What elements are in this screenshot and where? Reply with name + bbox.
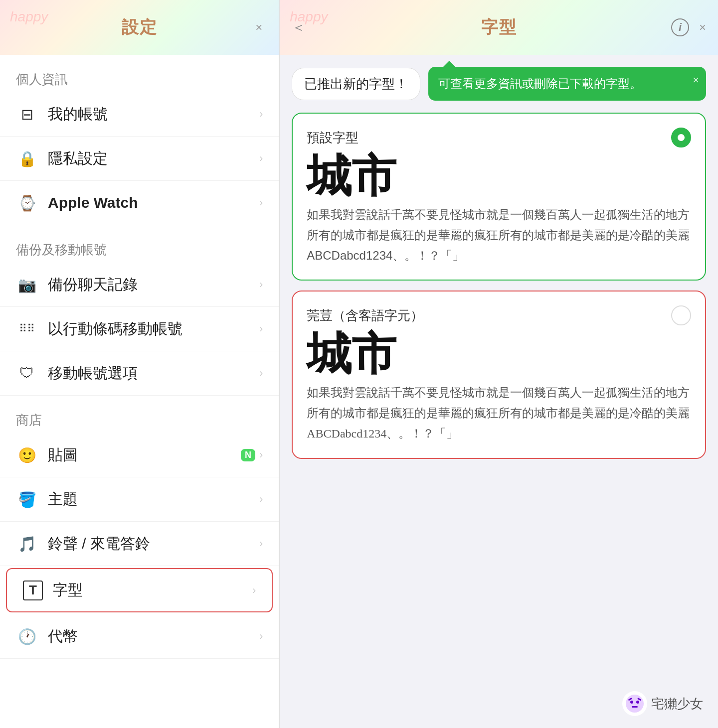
font-card-default-header: 預設字型 (307, 128, 691, 147)
apple-watch-icon: ⌚ (16, 192, 38, 214)
font-moe-preview-text: 如果我對雲說話千萬不要見怪城市就是一個幾百萬人一起孤獨生活的地方所有的城市都是瘋… (307, 383, 691, 443)
close-icon: × (255, 20, 262, 34)
watermark-text: 宅獺少女 (651, 695, 703, 713)
right-header-actions: i × (671, 18, 706, 36)
account-icon: ⊟ (16, 103, 38, 125)
tooltip-close-button[interactable]: × (693, 72, 699, 88)
chevron-icon: › (259, 278, 263, 291)
privacy-icon: 🔒 (16, 147, 38, 169)
section-label-backup: 備份及移動帳號 (0, 225, 279, 263)
chevron-icon: › (259, 152, 263, 165)
menu-item-coins-label: 代幣 (48, 626, 255, 647)
chevron-icon: › (259, 196, 263, 209)
chevron-icon: › (259, 322, 263, 335)
menu-item-apple-watch-label: Apple Watch (48, 194, 255, 211)
menu-item-apple-watch[interactable]: ⌚ Apple Watch › (0, 181, 279, 225)
menu-item-stickers[interactable]: 🙂 貼圖 N › (0, 433, 279, 477)
menu-item-themes-label: 主題 (48, 489, 255, 510)
svg-point-2 (636, 701, 639, 704)
chevron-icon: › (259, 108, 263, 121)
svg-point-1 (630, 701, 633, 704)
menu-item-account-label: 我的帳號 (48, 104, 255, 125)
menu-item-qr-label: 以行動條碼移動帳號 (48, 319, 255, 339)
menu-item-qr-transfer[interactable]: ⠿⠿ 以行動條碼移動帳號 › (0, 307, 279, 351)
font-moe-radio[interactable] (671, 305, 691, 325)
chevron-icon: › (259, 537, 263, 550)
back-icon: ＜ (292, 19, 306, 35)
mascot-svg (625, 694, 645, 714)
font-card-moe-header: 莞荳（含客語字元） (307, 305, 691, 325)
font-moe-name: 莞荳（含客語字元） (307, 307, 423, 324)
font-moe-preview-large: 城市 (307, 329, 691, 379)
svg-point-0 (626, 695, 644, 713)
font-card-default[interactable]: 預設字型 城市 如果我對雲說話千萬不要見怪城市就是一個幾百萬人一起孤獨生活的地方… (292, 113, 706, 281)
menu-item-coins[interactable]: 🕐 代幣 › (0, 614, 279, 659)
chevron-icon: › (259, 367, 263, 380)
backup-icon: 📷 (16, 274, 38, 295)
tooltip-message: 可查看更多資訊或刪除已下載的字型。 (438, 77, 642, 90)
close-icon: × (693, 74, 699, 86)
font-icon: T (23, 581, 43, 600)
font-default-preview-large: 城市 (307, 151, 691, 201)
left-close-button[interactable]: × (251, 19, 267, 35)
watermark: 宅獺少女 (622, 691, 703, 716)
new-font-badge: 已推出新的字型！ (292, 68, 420, 100)
coins-icon: 🕐 (16, 625, 38, 647)
qr-icon: ⠿⠿ (16, 318, 38, 340)
font-default-name: 預設字型 (307, 129, 359, 146)
tooltip-bubble: 可查看更多資訊或刪除已下載的字型。 × (428, 67, 706, 101)
font-card-moe[interactable]: 莞荳（含客語字元） 城市 如果我對雲說話千萬不要見怪城市就是一個幾百萬人一起孤獨… (292, 291, 706, 458)
right-close-button[interactable]: × (699, 20, 706, 34)
chevron-icon: › (259, 448, 263, 461)
menu-item-privacy[interactable]: 🔒 隱私設定 › (0, 137, 279, 181)
menu-item-stickers-label: 貼圖 (48, 445, 237, 465)
menu-item-ringtones-label: 鈴聲 / 來電答鈴 (48, 534, 255, 554)
left-panel: 設定 × 個人資訊 ⊟ 我的帳號 › 🔒 隱私設定 › ⌚ Apple Watc… (0, 0, 279, 728)
chevron-icon: › (252, 584, 256, 597)
tooltip-row: 已推出新的字型！ 可查看更多資訊或刪除已下載的字型。 × (292, 67, 706, 101)
chevron-icon: › (259, 630, 263, 643)
right-panel: ＜ 字型 i × 已推出新的字型！ 可查看更多資訊或刪除已下載的字型。 × (280, 0, 718, 728)
theme-icon: 🪣 (16, 488, 38, 510)
left-panel-title: 設定 (122, 16, 158, 39)
menu-item-themes[interactable]: 🪣 主題 › (0, 477, 279, 522)
font-default-radio[interactable] (671, 128, 691, 147)
back-button[interactable]: ＜ (292, 18, 306, 37)
menu-item-transfer-options[interactable]: 🛡 移動帳號選項 › (0, 351, 279, 396)
left-header-background: 設定 × (0, 0, 279, 55)
section-label-store: 商店 (0, 396, 279, 433)
right-header-background: ＜ 字型 i × (280, 0, 718, 55)
menu-item-fonts-label: 字型 (53, 580, 248, 600)
section-label-personal: 個人資訊 (0, 55, 279, 92)
shield-icon: 🛡 (16, 362, 38, 384)
menu-item-account[interactable]: ⊟ 我的帳號 › (0, 92, 279, 137)
info-button[interactable]: i (671, 18, 689, 36)
new-badge: N (241, 449, 255, 461)
settings-list: 個人資訊 ⊟ 我的帳號 › 🔒 隱私設定 › ⌚ Apple Watch › 備… (0, 55, 279, 728)
sticker-icon: 🙂 (16, 444, 38, 466)
svg-rect-3 (632, 706, 638, 708)
ringtone-icon: 🎵 (16, 533, 38, 555)
menu-item-backup-label: 備份聊天記錄 (48, 275, 255, 295)
menu-item-ringtones[interactable]: 🎵 鈴聲 / 來電答鈴 › (0, 522, 279, 566)
right-panel-title: 字型 (481, 16, 517, 39)
info-icon: i (679, 21, 682, 34)
menu-item-transfer-options-label: 移動帳號選項 (48, 363, 255, 384)
watermark-icon (622, 691, 647, 716)
chevron-icon: › (259, 493, 263, 506)
menu-item-fonts[interactable]: T 字型 › (6, 568, 273, 612)
menu-item-backup-chat[interactable]: 📷 備份聊天記錄 › (0, 263, 279, 307)
menu-item-privacy-label: 隱私設定 (48, 148, 255, 169)
font-default-preview-text: 如果我對雲說話千萬不要見怪城市就是一個幾百萬人一起孤獨生活的地方所有的城市都是瘋… (307, 205, 691, 266)
close-icon: × (699, 20, 706, 34)
font-content: 已推出新的字型！ 可查看更多資訊或刪除已下載的字型。 × 預設字型 城市 如果我… (280, 55, 718, 728)
